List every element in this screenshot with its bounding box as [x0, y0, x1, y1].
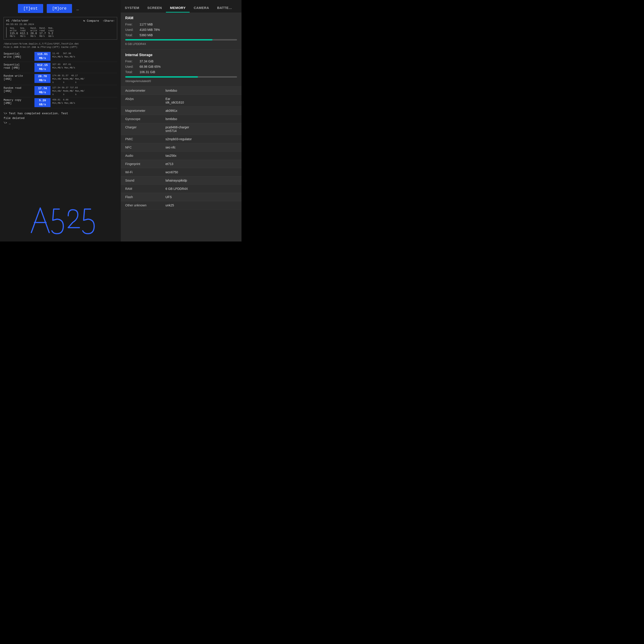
sensor-value: wcn6750	[165, 170, 237, 174]
sensor-name: Gyroscope	[125, 117, 165, 121]
result-date: 06:55:03 23.08.2024	[6, 23, 115, 26]
sensor-value: lsm6dso	[165, 89, 237, 92]
ram-title: RAM	[125, 16, 237, 20]
toolbar: [T]est [M]ore _	[0, 0, 121, 17]
ram-type: 6 GB LPDDR4X	[125, 42, 237, 46]
sensor-name: Flash	[125, 195, 165, 199]
bench-row-seq-write: Sequentialwrite [4MB] 115.61MB/s 11.43 5…	[4, 51, 117, 62]
ram-progress-bar	[125, 39, 237, 40]
bench-row-seq-read: Sequentialread [4MB] 612.15MB/s 327.93 8…	[4, 62, 117, 73]
sensor-value: lahainayupikidp	[165, 179, 237, 182]
col-rand-read: Rand.read 17.7 MB/s	[39, 27, 46, 38]
result-header: #1 /data/user ⇆ Compare ↑Share↑	[6, 19, 115, 23]
console-line-2: file deleted	[4, 116, 117, 121]
console-line-3: \> _	[4, 121, 117, 125]
sensor-row: RAM6 GB LPDDR4X	[121, 185, 241, 193]
storage-title: Internal Storage	[125, 53, 237, 57]
sensor-value: sec-nfc	[165, 146, 237, 149]
sensor-value: pca9468-chargersm5714	[165, 125, 237, 133]
console-area: \> Test has completed execution. Test fi…	[0, 109, 121, 197]
ram-total-row: Total: 5360 MiB	[125, 33, 237, 38]
sensor-name: Magnetometer	[125, 109, 165, 112]
sensor-row: Fingerprintet713	[121, 160, 241, 168]
ram-free-row: Free: 1177 MiB	[125, 22, 237, 27]
col-mem-copy: Mem.copy 5.2 GB/s	[48, 27, 54, 38]
sensor-name: Sound	[125, 179, 165, 182]
storage-used-row: Used: 68.98 GiB 65%	[125, 64, 237, 70]
ram-progress-fill	[125, 39, 212, 40]
col-rand-write: Rand.write 28.8 MB/s	[30, 27, 37, 38]
sensor-name: Charger	[125, 125, 165, 133]
sensor-value: unk25	[165, 203, 237, 207]
bench-table: Sequentialwrite [4MB] 115.61MB/s 11.43 5…	[4, 51, 117, 108]
sensor-value: tas256x	[165, 154, 237, 157]
right-panel: SYSTEM SCREEN MEMORY CAMERA BATTE… RAM F…	[121, 0, 241, 241]
sensor-row: PMICs2mpb03-regulator	[121, 135, 241, 143]
tab-camera[interactable]: CAMERA	[190, 4, 213, 13]
sensor-row: Wi-Fiwcn6750	[121, 168, 241, 176]
sensor-row: Als/psEarstk_stk31610	[121, 95, 241, 107]
sensor-name: RAM	[125, 187, 165, 191]
test-button[interactable]: [T]est	[18, 4, 43, 13]
tab-screen[interactable]: SCREEN	[143, 4, 166, 13]
sensor-row: Soundlahainayupikidp	[121, 176, 241, 185]
sensor-name: NFC	[125, 146, 165, 149]
col-seq-read: Seq.read 612.1 MB/s	[20, 27, 28, 38]
compare-share: ⇆ Compare ↑Share↑	[83, 19, 115, 23]
bench-row-mem-copy: Memory copy[4MB] 5.20GB/s 458.81 6.66 Mi…	[4, 97, 117, 108]
sensor-name: Other unknown	[125, 203, 165, 207]
storage-section: Internal Storage Free: 37.34 GiB Used: 6…	[121, 49, 241, 86]
sensor-row: NFCsec-nfc	[121, 143, 241, 152]
storage-progress-bar	[125, 76, 237, 78]
storage-progress-fill	[125, 76, 198, 78]
sensor-name: Accelerometer	[125, 89, 165, 92]
sensor-name: PMIC	[125, 137, 165, 141]
sensor-row: Other unknownunk25	[121, 201, 241, 210]
result-title: #1 /data/user	[6, 19, 29, 23]
storage-path: /storage/emulated/0	[125, 79, 237, 83]
ram-section: RAM Free: 1177 MiB Used: 4183 MiB 78% To…	[121, 13, 241, 49]
top-nav: SYSTEM SCREEN MEMORY CAMERA BATTE…	[121, 0, 241, 13]
console-line-1: \> Test has completed execution. Test	[4, 111, 117, 116]
handwriting-svg	[25, 201, 96, 237]
result-cols: Seq.write 115.6 MB/s Seq.read 612.1 MB/s…	[6, 27, 115, 38]
sensor-value: Earstk_stk31610	[165, 97, 237, 104]
sensor-row: Chargerpca9468-chargersm5714	[121, 123, 241, 135]
sensor-name: Audio	[125, 154, 165, 157]
cursor: _	[76, 6, 79, 11]
sensor-row: FlashUFS	[121, 193, 241, 201]
col-seq-write: Seq.write 115.6 MB/s	[10, 27, 18, 38]
sensor-row: Gyroscopelsm6dso	[121, 115, 241, 123]
sensor-name: Als/ps	[125, 97, 165, 104]
sensor-name: Fingerprint	[125, 162, 165, 166]
sensor-value: s2mpb03-regulator	[165, 137, 237, 141]
storage-total-row: Total: 106.31 GiB	[125, 70, 237, 75]
sensor-value: 6 GB LPDDR4X	[165, 187, 237, 191]
handwriting-area	[0, 197, 121, 241]
sensor-table: Accelerometerlsm6dsoAls/psEarstk_stk3161…	[121, 87, 241, 241]
tab-system[interactable]: SYSTEM	[121, 4, 143, 13]
file-info: /data/user/0/com.Saplin.C…T/files/CPDT_T…	[0, 41, 121, 50]
sensor-value: et713	[165, 162, 237, 166]
left-panel: [T]est [M]ore _ #1 /data/user ⇆ Compare …	[0, 0, 121, 241]
sensor-value: ak0991x	[165, 109, 237, 112]
tab-battery[interactable]: BATTE…	[213, 4, 236, 13]
sensor-name: Wi-Fi	[125, 170, 165, 174]
bench-row-rand-read: Random read[4KB] 17.74MB/s 127.54 50.37 …	[4, 85, 117, 97]
sensor-value: UFS	[165, 195, 237, 199]
bench-row-rand-write: Random write[4KB] 28.78MB/s 174.06 31.57…	[4, 73, 117, 85]
result-box: #1 /data/user ⇆ Compare ↑Share↑ 06:55:03…	[4, 17, 117, 40]
ram-used-row: Used: 4183 MiB 78%	[125, 27, 237, 33]
sensor-row: Accelerometerlsm6dso	[121, 87, 241, 95]
storage-free-row: Free: 37.34 GiB	[125, 59, 237, 64]
more-button[interactable]: [M]ore	[47, 4, 72, 13]
sensor-row: Audiotas256x	[121, 152, 241, 160]
sensor-row: Magnetometerak0991x	[121, 107, 241, 115]
sensor-value: lsm6dso	[165, 117, 237, 121]
tab-memory[interactable]: MEMORY	[166, 4, 190, 13]
